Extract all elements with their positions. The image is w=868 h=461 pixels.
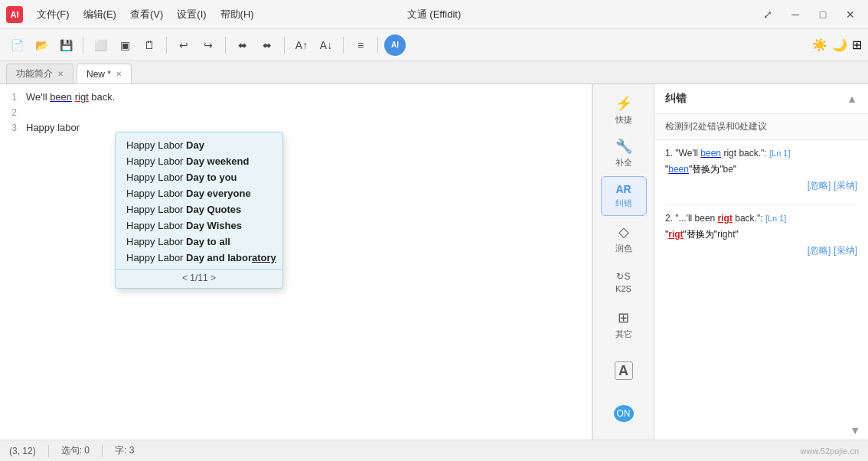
sidebar-quick-button[interactable]: ⚡ 快捷 xyxy=(601,90,647,130)
autocomplete-item-1[interactable]: Happy Labor Day weekend xyxy=(116,153,282,169)
close-button[interactable]: ✕ xyxy=(839,5,862,24)
autocomplete-item-7[interactable]: Happy Labor Day and laboratory xyxy=(116,250,282,266)
redo-button[interactable]: ↪ xyxy=(197,34,219,56)
word-count: 字: 3 xyxy=(115,444,134,457)
line-content-3[interactable]: Happy labor xyxy=(23,122,592,136)
autocomplete-bold-1: Day weekend xyxy=(186,155,249,167)
sidebar-complete-button[interactable]: 🔧 补全 xyxy=(601,133,647,173)
quick-icon: ⚡ xyxy=(615,95,632,112)
autocomplete-popup[interactable]: Happy Labor Day Happy Labor Day weekend … xyxy=(115,132,283,289)
rigt-highlight: rigt xyxy=(718,213,733,224)
autocomplete-item-6[interactable]: Happy Labor Day to all xyxy=(116,234,282,250)
scroll-down-button[interactable]: ▼ xyxy=(850,424,860,436)
restore-button[interactable]: ⤢ xyxy=(756,5,779,24)
cloud-icon: ON xyxy=(614,405,634,422)
selection-info: 选句: 0 xyxy=(61,444,90,457)
save-file-button[interactable]: 💾 xyxy=(55,34,77,56)
frame-button[interactable]: ▣ xyxy=(114,34,135,56)
word-been: been xyxy=(50,91,72,103)
tab-new-label: New * xyxy=(86,69,111,80)
main-area: 1 We'll been rigt back. 2 3 Happy labor … xyxy=(0,84,868,440)
autocomplete-item-5[interactable]: Happy Labor Day Wishes xyxy=(116,217,282,234)
sidebar-correct-button[interactable]: AR 纠错 xyxy=(601,176,647,216)
k2s-icon: ↻S xyxy=(616,271,630,282)
k2s-label: K2S xyxy=(615,284,631,293)
correct-icon: AR xyxy=(615,183,631,195)
correct-label: 纠错 xyxy=(615,198,632,209)
toolbar-separator-1 xyxy=(83,37,83,54)
been-highlight: been xyxy=(700,148,721,159)
menu-settings[interactable]: 设置(I) xyxy=(171,6,212,23)
status-bar: (3, 12) 选句: 0 字: 3 www.52pojie.cn xyxy=(0,440,868,461)
strikethrough-button[interactable]: ≡ xyxy=(350,34,371,56)
ignore-button-2[interactable]: [忽略] xyxy=(808,244,831,258)
correction-num-1: 1. xyxy=(665,148,675,159)
tab-intro-label: 功能简介 xyxy=(16,67,53,80)
correction-scroll-area: ▼ xyxy=(654,421,868,440)
minimize-button[interactable]: ─ xyxy=(784,5,807,24)
correction-loc-1[interactable]: [Ln 1] xyxy=(769,149,791,158)
ai-button[interactable]: AI xyxy=(384,34,406,56)
light-theme-icon[interactable]: ☀️ xyxy=(812,38,827,52)
accept-button-1[interactable]: [采纳] xyxy=(834,178,857,193)
autocomplete-item-0[interactable]: Happy Labor Day xyxy=(116,137,282,153)
scroll-up-button[interactable]: ▲ xyxy=(847,93,857,105)
line-number-3: 3 xyxy=(0,122,23,136)
editor-line-3: 3 Happy labor xyxy=(0,121,592,136)
complete-label: 补全 xyxy=(615,157,632,168)
autocomplete-bold-7: Day and laboratory xyxy=(186,252,276,263)
tab-intro[interactable]: 功能简介 ✕ xyxy=(6,64,73,83)
line-content-2[interactable] xyxy=(23,106,592,120)
autocomplete-item-3[interactable]: Happy Labor Day everyone xyxy=(116,185,282,201)
open-file-button[interactable]: 📂 xyxy=(31,34,52,56)
page-button[interactable]: 🗒 xyxy=(139,34,160,56)
correction-loc-2[interactable]: [Ln 1] xyxy=(765,214,787,223)
title-bar: AI 文件(F) 编辑(E) 查看(V) 设置(I) 帮助(H) 文通 (Eff… xyxy=(0,0,868,29)
format1-button[interactable]: ⬌ xyxy=(232,34,253,56)
menu-help[interactable]: 帮助(H) xyxy=(214,6,260,23)
editor[interactable]: 1 We'll been rigt back. 2 3 Happy labor … xyxy=(0,84,592,440)
menu-file[interactable]: 文件(F) xyxy=(31,6,76,23)
maximize-button[interactable]: □ xyxy=(811,5,834,24)
autocomplete-nav[interactable]: < 1/11 > xyxy=(116,269,282,283)
sidebar-polish-button[interactable]: ◇ 润色 xyxy=(601,219,647,259)
tabs-bar: 功能简介 ✕ New * ✕ xyxy=(0,61,868,84)
undo-button[interactable]: ↩ xyxy=(173,34,194,56)
correction-summary: 检测到2处错误和0处建议 xyxy=(654,114,868,140)
status-sep-1 xyxy=(48,445,49,457)
tab-new[interactable]: New * ✕ xyxy=(77,64,132,83)
menu-view[interactable]: 查看(V) xyxy=(124,6,169,23)
menu-edit[interactable]: 编辑(E) xyxy=(77,6,122,23)
cursor-position: (3, 12) xyxy=(9,446,36,456)
sidebar-cloud-button[interactable]: ON xyxy=(601,394,647,433)
font-size-up-button[interactable]: A↑ xyxy=(291,34,312,56)
toolbar-separator-2 xyxy=(166,37,167,54)
autocomplete-item-2[interactable]: Happy Labor Day to you xyxy=(116,169,282,185)
right-sidebar: ⚡ 快捷 🔧 补全 AR 纠错 ◇ 润色 ↻S K2S ⊞ 其它 A ON xyxy=(592,84,654,440)
line-number-2: 2 xyxy=(0,106,23,120)
layout-icon[interactable]: ⊞ xyxy=(852,38,862,52)
ignore-button-1[interactable]: [忽略] xyxy=(808,178,831,193)
sidebar-font-button[interactable]: A xyxy=(601,351,647,391)
new-file-button[interactable]: 📄 xyxy=(6,34,28,56)
rigt-replace-from: rigt xyxy=(668,229,683,240)
other-icon: ⊞ xyxy=(618,309,629,326)
correction-separator-1 xyxy=(665,204,857,205)
dark-theme-icon[interactable]: 🌙 xyxy=(832,38,847,52)
accept-button-2[interactable]: [采纳] xyxy=(834,244,857,258)
tab-intro-close[interactable]: ✕ xyxy=(57,70,64,78)
autocomplete-item-4[interactable]: Happy Labor Day Quotes xyxy=(116,201,282,217)
font-size-down-button[interactable]: A↓ xyxy=(315,34,337,56)
correction-item-1-text: "We'll been rigt back.": xyxy=(675,148,769,159)
rigt-replace-to: right xyxy=(717,229,735,240)
line-content-1[interactable]: We'll been rigt back. xyxy=(23,91,592,105)
editor-line-2: 2 xyxy=(0,106,592,121)
format2-button[interactable]: ⬌ xyxy=(256,34,278,56)
word-rigt: rigt xyxy=(75,91,89,103)
tab-new-close[interactable]: ✕ xyxy=(116,70,122,78)
polish-icon: ◇ xyxy=(618,224,629,240)
crop-button[interactable]: ⬜ xyxy=(90,34,111,56)
sidebar-k2s-button[interactable]: ↻S K2S xyxy=(601,262,647,302)
correction-list: 1. "We'll been rigt back.": [Ln 1] "been… xyxy=(654,140,868,421)
sidebar-other-button[interactable]: ⊞ 其它 xyxy=(601,305,647,345)
